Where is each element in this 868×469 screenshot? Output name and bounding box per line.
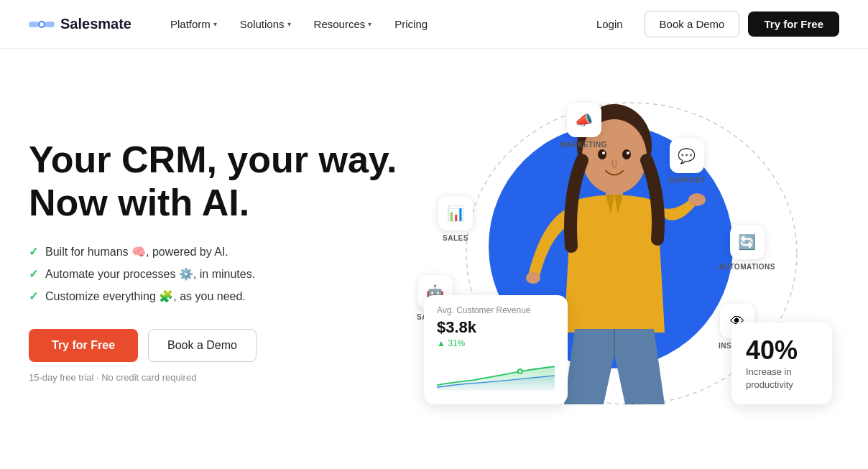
automations-icon: 🔄 <box>730 225 765 259</box>
hero-content: Your CRM, your way. Now with AI. ✓ Built… <box>29 139 402 383</box>
chevron-down-icon: ▾ <box>213 20 217 28</box>
nav-right: Login Book a Demo Try for Free <box>583 11 839 37</box>
productivity-percentage: 40% <box>746 335 818 366</box>
svg-rect-1 <box>45 22 55 27</box>
hero-cta-buttons: Try for Free Book a Demo <box>29 329 402 362</box>
orbit-support: 💬 SUPPORT <box>668 139 706 185</box>
productivity-label: Increase in productivity <box>746 366 818 391</box>
nav-pricing[interactable]: Pricing <box>384 12 438 36</box>
nav-platform[interactable]: Platform ▾ <box>160 12 227 36</box>
feature-item: ✓ Automate your processes ⚙️, in minutes… <box>29 267 402 281</box>
logo[interactable]: Salesmate <box>29 16 131 33</box>
revenue-card: Avg. Customer Revenue $3.8k ▲ 31% <box>424 295 568 404</box>
try-for-free-button-hero[interactable]: Try for Free <box>29 329 138 362</box>
svg-point-16 <box>519 370 522 373</box>
sales-icon: 📊 <box>438 196 473 231</box>
revenue-mini-chart <box>437 356 555 391</box>
check-icon: ✓ <box>29 289 38 303</box>
login-button[interactable]: Login <box>583 12 636 36</box>
revenue-card-change: ▲ 31% <box>437 338 555 348</box>
hero-illustration: 📣 MARKETING 💬 SUPPORT 🔄 AUTOMATIONS 👁 IN… <box>402 81 839 440</box>
revenue-card-title: Avg. Customer Revenue <box>437 305 555 315</box>
navbar: Salesmate Platform ▾ Solutions ▾ Resourc… <box>0 0 868 49</box>
orbit-sales: 📊 SALES <box>438 196 473 242</box>
feature-item: ✓ Customize everything 🧩, as you need. <box>29 289 402 303</box>
revenue-card-value: $3.8k <box>437 318 555 337</box>
svg-point-3 <box>40 22 44 27</box>
book-demo-button-nav[interactable]: Book a Demo <box>645 11 740 37</box>
try-for-free-button-nav[interactable]: Try for Free <box>748 11 839 37</box>
productivity-card: 40% Increase in productivity <box>731 322 832 404</box>
feature-item: ✓ Built for humans 🧠, powered by AI. <box>29 245 402 259</box>
svg-rect-0 <box>29 22 39 27</box>
book-demo-button-hero[interactable]: Book a Demo <box>148 329 257 362</box>
check-icon: ✓ <box>29 245 38 259</box>
chevron-down-icon: ▾ <box>368 20 371 28</box>
hero-section: Your CRM, your way. Now with AI. ✓ Built… <box>0 49 868 465</box>
chevron-down-icon: ▾ <box>287 20 291 28</box>
nav-resources[interactable]: Resources ▾ <box>304 12 382 36</box>
nav-links: Platform ▾ Solutions ▾ Resources ▾ Prici… <box>160 12 583 36</box>
nav-solutions[interactable]: Solutions ▾ <box>230 12 301 36</box>
orbit-automations: 🔄 AUTOMATIONS <box>719 225 775 271</box>
hero-title: Your CRM, your way. Now with AI. <box>29 139 402 225</box>
logo-icon <box>29 16 55 33</box>
check-icon: ✓ <box>29 267 38 281</box>
hero-trial-note: 15-day free trial · No credit card requi… <box>29 372 402 383</box>
orbit-marketing: 📣 MARKETING <box>560 103 607 149</box>
logo-text: Salesmate <box>60 16 131 32</box>
hero-features-list: ✓ Built for humans 🧠, powered by AI. ✓ A… <box>29 245 402 303</box>
support-icon: 💬 <box>670 139 704 173</box>
marketing-icon: 📣 <box>567 103 601 137</box>
